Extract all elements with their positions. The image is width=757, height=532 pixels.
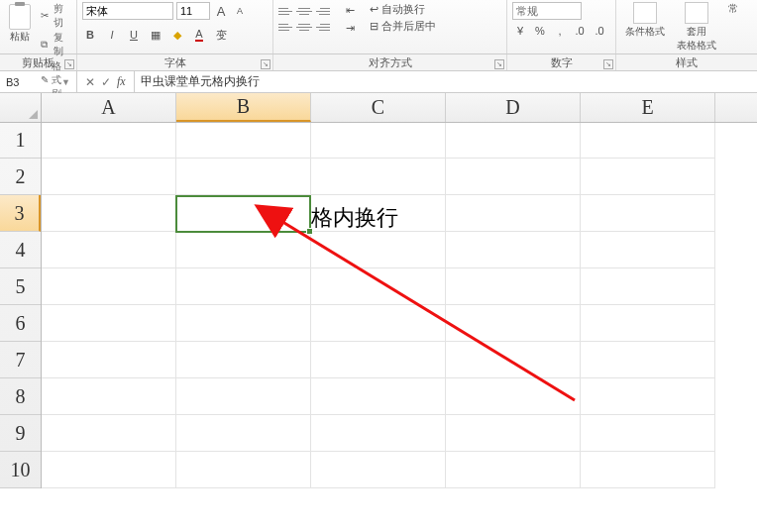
border-button[interactable]: ▦	[148, 27, 163, 43]
group-label-font: 字体↘	[77, 54, 273, 70]
phonetic-button[interactable]: 变	[213, 27, 229, 43]
group-alignment: ⇤ ⇥ ↩ 自动换行 ⊟ 合并后居中	[273, 0, 507, 53]
group-labels: 剪贴板↘ 字体↘ 对齐方式↘ 数字↘ 样式	[0, 54, 757, 71]
group-number: ¥ % , .0 .0	[507, 0, 616, 53]
group-styles: 条件格式 套用 表格格式 常	[616, 0, 757, 53]
percent-button[interactable]: %	[532, 23, 548, 39]
number-launcher[interactable]: ↘	[603, 59, 613, 69]
row-header-2[interactable]: 2	[0, 159, 41, 195]
align-left[interactable]	[278, 20, 294, 34]
cell-style-button[interactable]: 常	[724, 2, 742, 16]
confirm-edit-button[interactable]: ✓	[101, 75, 111, 89]
group-font: A A B I U ▦ ◆ A 变	[77, 0, 273, 53]
table-format-icon	[685, 2, 708, 24]
merge-label: 合并后居中	[381, 19, 436, 34]
col-header-a[interactable]: A	[42, 93, 176, 122]
cond-format-label: 条件格式	[625, 25, 665, 39]
decrease-font-button[interactable]: A	[232, 3, 248, 19]
font-name-select[interactable]	[82, 2, 173, 20]
decrease-decimal-button[interactable]: .0	[592, 23, 607, 39]
sheet-area: A B C D E 1 2 3 4 5 6 7 8 9 10 甲虫课堂单元格内换…	[0, 93, 757, 532]
group-clipboard: 粘贴 ✂ 剪切 ⧉ 复制 ✎ 格式刷	[0, 0, 77, 53]
decrease-indent-button[interactable]: ⇤	[342, 2, 358, 18]
row-header-8[interactable]: 8	[0, 378, 41, 415]
edit-cursor-marker	[265, 210, 272, 218]
cell-style-label: 常	[728, 2, 738, 16]
row-header-3[interactable]: 3	[0, 195, 41, 232]
table-format-label: 套用 表格格式	[677, 25, 716, 53]
currency-button[interactable]: ¥	[512, 23, 528, 39]
group-label-alignment: 对齐方式↘	[273, 54, 507, 70]
alignment-launcher[interactable]: ↘	[494, 59, 504, 69]
copy-icon: ⧉	[41, 39, 51, 51]
select-all-triangle[interactable]	[0, 93, 42, 123]
row-header-10[interactable]: 10	[0, 452, 41, 488]
align-top-left[interactable]	[278, 4, 294, 18]
font-color-button[interactable]: A	[191, 27, 207, 43]
group-label-number: 数字↘	[507, 54, 616, 70]
fill-color-button[interactable]: ◆	[169, 27, 185, 43]
table-format-button[interactable]: 套用 表格格式	[673, 2, 720, 53]
merge-icon: ⊟	[370, 20, 378, 33]
col-header-e[interactable]: E	[581, 93, 715, 122]
row-header-4[interactable]: 4	[0, 232, 41, 268]
align-center[interactable]	[296, 20, 312, 34]
merge-center-button[interactable]: ⊟ 合并后居中	[370, 19, 436, 34]
number-format-select[interactable]	[512, 2, 582, 20]
formula-bar[interactable]: 甲虫课堂单元格内换行	[135, 73, 757, 90]
font-size-select[interactable]	[176, 2, 210, 20]
increase-font-button[interactable]: A	[213, 3, 229, 19]
name-box[interactable]: B3 ▼	[0, 71, 77, 92]
row-header-9[interactable]: 9	[0, 415, 41, 452]
cond-format-icon	[633, 2, 657, 24]
fx-button[interactable]: fx	[117, 74, 126, 89]
wrap-text-button[interactable]: ↩ 自动换行	[370, 2, 436, 17]
font-launcher[interactable]: ↘	[261, 59, 270, 69]
paste-button[interactable]: 粘贴	[5, 2, 35, 46]
clipboard-launcher[interactable]: ↘	[64, 59, 74, 69]
bold-button[interactable]: B	[82, 27, 98, 43]
align-top-right[interactable]	[314, 4, 330, 18]
wrap-label: 自动换行	[381, 2, 425, 17]
fill-handle[interactable]	[306, 228, 313, 235]
name-box-value: B3	[6, 76, 19, 88]
formula-bar-row: B3 ▼ ✕ ✓ fx 甲虫课堂单元格内换行	[0, 71, 757, 93]
align-top-center[interactable]	[296, 4, 312, 18]
increase-decimal-button[interactable]: .0	[572, 23, 588, 39]
row-header-1[interactable]: 1	[0, 123, 41, 159]
wrap-icon: ↩	[370, 3, 378, 16]
row-header-7[interactable]: 7	[0, 342, 41, 378]
cell-grid[interactable]	[42, 123, 757, 532]
cut-button[interactable]: ✂ 剪切	[39, 2, 71, 30]
formula-value: 甲虫课堂单元格内换行	[141, 74, 260, 88]
conditional-format-button[interactable]: 条件格式	[621, 2, 669, 39]
col-header-d[interactable]: D	[446, 93, 581, 122]
underline-button[interactable]: U	[126, 27, 142, 43]
comma-button[interactable]: ,	[552, 23, 568, 39]
col-header-b[interactable]: B	[176, 93, 311, 122]
row-headers: 1 2 3 4 5 6 7 8 9 10	[0, 123, 42, 488]
cut-label: 剪切	[54, 2, 69, 30]
paste-icon	[9, 4, 31, 30]
active-cell-border	[175, 195, 311, 233]
italic-button[interactable]: I	[104, 27, 120, 43]
align-right[interactable]	[314, 20, 330, 34]
paste-label: 粘贴	[10, 30, 30, 44]
ribbon: 粘贴 ✂ 剪切 ⧉ 复制 ✎ 格式刷	[0, 0, 757, 54]
column-headers: A B C D E	[42, 93, 757, 123]
scissors-icon: ✂	[41, 10, 51, 22]
row-header-6[interactable]: 6	[0, 305, 41, 342]
align-buttons	[278, 4, 330, 34]
cancel-edit-button[interactable]: ✕	[85, 75, 95, 89]
name-box-dropdown-icon: ▼	[61, 77, 70, 87]
row-header-5[interactable]: 5	[0, 268, 41, 305]
group-label-clipboard: 剪贴板↘	[0, 54, 77, 70]
col-header-c[interactable]: C	[311, 93, 446, 122]
increase-indent-button[interactable]: ⇥	[342, 20, 358, 36]
group-label-styles: 样式	[616, 54, 757, 70]
